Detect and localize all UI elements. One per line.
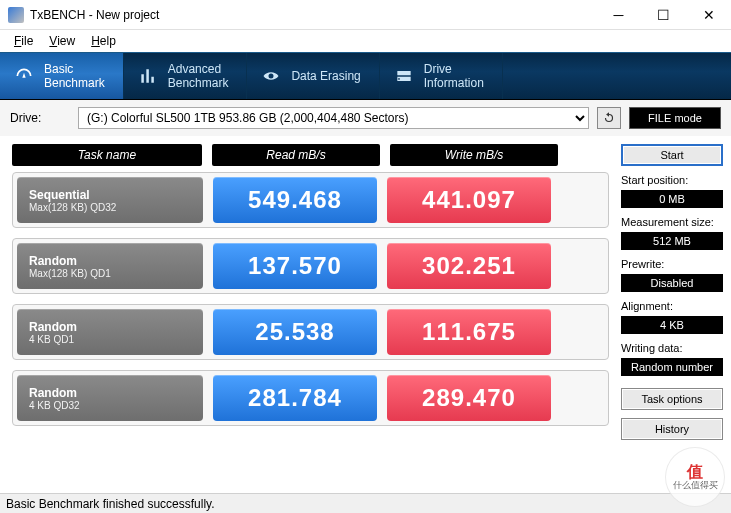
- results-header: Task name Read mB/s Write mB/s: [12, 144, 609, 166]
- sidebar: Start Start position: 0 MB Measurement s…: [621, 136, 731, 496]
- read-value[interactable]: 137.570: [213, 243, 377, 289]
- prewrite-value[interactable]: Disabled: [621, 274, 723, 292]
- window-controls: ─ ☐ ✕: [596, 0, 731, 30]
- minimize-button[interactable]: ─: [596, 0, 641, 30]
- menu-help[interactable]: Help: [83, 32, 124, 50]
- tab-basic-benchmark[interactable]: BasicBenchmark: [0, 53, 124, 99]
- write-value[interactable]: 302.251: [387, 243, 551, 289]
- drive-selector-row: Drive: (G:) Colorful SL500 1TB 953.86 GB…: [0, 100, 731, 136]
- file-mode-badge: FILE mode: [629, 107, 721, 129]
- watermark-small: 什么值得买: [673, 481, 718, 491]
- tab-bar: BasicBenchmark AdvancedBenchmark Data Er…: [0, 52, 731, 100]
- tab-advanced-benchmark[interactable]: AdvancedBenchmark: [124, 53, 248, 99]
- status-bar: Basic Benchmark finished successfully.: [0, 493, 731, 513]
- results-panel: Task name Read mB/s Write mB/s Sequentia…: [0, 136, 621, 496]
- prewrite-label: Prewrite:: [621, 258, 723, 270]
- write-value[interactable]: 441.097: [387, 177, 551, 223]
- write-value[interactable]: 111.675: [387, 309, 551, 355]
- task-name: Random: [29, 386, 191, 400]
- watermark-big: 值: [687, 463, 703, 481]
- menu-bar: File View Help: [0, 30, 731, 52]
- task-name: Sequential: [29, 188, 191, 202]
- header-write: Write mB/s: [390, 144, 558, 166]
- header-task: Task name: [12, 144, 202, 166]
- reload-button[interactable]: [597, 107, 621, 129]
- task-cell[interactable]: Random Max(128 KB) QD1: [17, 243, 203, 289]
- tab-drive-information[interactable]: DriveInformation: [380, 53, 503, 99]
- gauge-icon: [14, 66, 34, 86]
- startpos-value[interactable]: 0 MB: [621, 190, 723, 208]
- result-row: Random 4 KB QD1 25.538 111.675: [12, 304, 609, 360]
- result-row: Random 4 KB QD32 281.784 289.470: [12, 370, 609, 426]
- chart-icon: [138, 66, 158, 86]
- write-value[interactable]: 289.470: [387, 375, 551, 421]
- task-cell[interactable]: Random 4 KB QD32: [17, 375, 203, 421]
- task-options-button[interactable]: Task options: [621, 388, 723, 410]
- menu-file[interactable]: File: [6, 32, 41, 50]
- meas-label: Measurement size:: [621, 216, 723, 228]
- title-bar: TxBENCH - New project ─ ☐ ✕: [0, 0, 731, 30]
- drive-select[interactable]: (G:) Colorful SL500 1TB 953.86 GB (2,000…: [78, 107, 589, 129]
- erase-icon: [261, 66, 281, 86]
- wdata-label: Writing data:: [621, 342, 723, 354]
- header-read: Read mB/s: [212, 144, 380, 166]
- task-name: Random: [29, 254, 191, 268]
- history-button[interactable]: History: [621, 418, 723, 440]
- start-button[interactable]: Start: [621, 144, 723, 166]
- task-sub: 4 KB QD1: [29, 334, 191, 345]
- main-area: Task name Read mB/s Write mB/s Sequentia…: [0, 136, 731, 496]
- task-cell[interactable]: Random 4 KB QD1: [17, 309, 203, 355]
- tab-label: BasicBenchmark: [44, 62, 105, 91]
- align-label: Alignment:: [621, 300, 723, 312]
- task-name: Random: [29, 320, 191, 334]
- close-button[interactable]: ✕: [686, 0, 731, 30]
- tab-data-erasing[interactable]: Data Erasing: [247, 53, 379, 99]
- reload-icon: [602, 111, 616, 125]
- read-value[interactable]: 281.784: [213, 375, 377, 421]
- meas-value[interactable]: 512 MB: [621, 232, 723, 250]
- task-cell[interactable]: Sequential Max(128 KB) QD32: [17, 177, 203, 223]
- result-row: Random Max(128 KB) QD1 137.570 302.251: [12, 238, 609, 294]
- task-sub: 4 KB QD32: [29, 400, 191, 411]
- drive-icon: [394, 66, 414, 86]
- watermark: 值 什么值得买: [665, 447, 725, 507]
- align-value[interactable]: 4 KB: [621, 316, 723, 334]
- maximize-button[interactable]: ☐: [641, 0, 686, 30]
- drive-label: Drive:: [10, 111, 70, 125]
- tab-label: DriveInformation: [424, 62, 484, 91]
- startpos-label: Start position:: [621, 174, 723, 186]
- task-sub: Max(128 KB) QD1: [29, 268, 191, 279]
- status-text: Basic Benchmark finished successfully.: [6, 497, 215, 511]
- window-title: TxBENCH - New project: [30, 8, 596, 22]
- task-sub: Max(128 KB) QD32: [29, 202, 191, 213]
- wdata-value[interactable]: Random number: [621, 358, 723, 376]
- tab-label: AdvancedBenchmark: [168, 62, 229, 91]
- result-row: Sequential Max(128 KB) QD32 549.468 441.…: [12, 172, 609, 228]
- read-value[interactable]: 25.538: [213, 309, 377, 355]
- app-icon: [8, 7, 24, 23]
- menu-view[interactable]: View: [41, 32, 83, 50]
- read-value[interactable]: 549.468: [213, 177, 377, 223]
- tab-label: Data Erasing: [291, 69, 360, 83]
